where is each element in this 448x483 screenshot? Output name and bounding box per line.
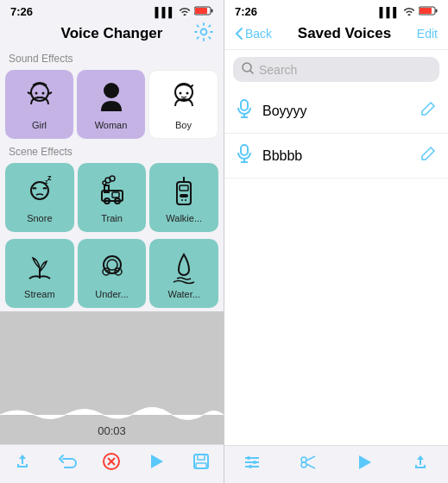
svg-point-61 [301, 462, 306, 467]
sound-effects-label: Sound Effects [0, 49, 224, 66]
signal-icon: ▌▌▌ [155, 7, 175, 17]
scene-effects-label: Scene Effects [0, 142, 224, 160]
effect-woman[interactable]: Woman [77, 70, 145, 139]
waveform-time: 00:03 [98, 424, 126, 437]
scene-effects-row2: Stream Under... Water. [0, 235, 224, 311]
search-bar: Search [233, 57, 439, 82]
effect-girl-label: Girl [32, 120, 47, 130]
voice-list: Boyyyy Bbbbb [224, 89, 448, 445]
play-button-left[interactable] [147, 452, 166, 476]
effect-walkie-label: Walkie... [166, 213, 202, 223]
mic-icon-0 [237, 99, 252, 122]
left-panel: 7:26 ▌▌▌ Voice Changer Sound Effects [0, 0, 224, 483]
svg-point-55 [247, 456, 250, 460]
save-button[interactable] [192, 452, 211, 476]
svg-rect-44 [420, 8, 432, 14]
right-title: Saved Voices [298, 25, 391, 42]
left-header: Voice Changer [0, 22, 224, 49]
battery-icon [194, 6, 213, 17]
share-button-right[interactable] [411, 453, 430, 476]
edit-button[interactable]: Edit [417, 27, 438, 41]
svg-point-7 [35, 92, 37, 95]
scene-effects-row1: z z Snore Train [0, 160, 224, 235]
effect-snore-label: Snore [27, 213, 52, 223]
svg-point-60 [301, 457, 306, 462]
undo-button[interactable] [58, 452, 77, 476]
svg-point-30 [104, 256, 121, 273]
play-button-right[interactable] [355, 453, 374, 476]
voice-edit-icon-1[interactable] [420, 146, 436, 166]
effect-snore[interactable]: z z Snore [5, 163, 74, 232]
svg-point-13 [31, 182, 48, 199]
left-time: 7:26 [10, 5, 33, 18]
right-battery-icon [419, 6, 438, 17]
svg-line-62 [306, 456, 315, 461]
left-status-icons: ▌▌▌ [155, 6, 213, 17]
right-signal-icon: ▌▌▌ [380, 7, 400, 17]
svg-rect-27 [180, 194, 188, 198]
effect-under-label: Under... [95, 289, 129, 299]
right-toolbar [224, 445, 448, 483]
svg-point-9 [104, 83, 119, 98]
voice-edit-icon-0[interactable] [420, 101, 436, 121]
effect-train[interactable]: Train [78, 163, 147, 232]
svg-point-28 [181, 199, 183, 201]
mixer-button[interactable] [243, 453, 262, 476]
svg-rect-51 [241, 145, 248, 155]
svg-marker-39 [151, 455, 163, 468]
svg-point-3 [201, 28, 207, 34]
left-header-title: Voice Changer [61, 25, 163, 42]
svg-rect-48 [241, 100, 248, 110]
svg-point-8 [41, 92, 44, 95]
effect-water[interactable]: Water... [149, 239, 218, 308]
voice-item-1[interactable]: Bbbbb [224, 134, 448, 179]
sound-effects-row: Girl Woman Boy [0, 66, 224, 142]
right-wifi-icon [403, 6, 415, 17]
svg-point-12 [186, 92, 188, 95]
back-button[interactable]: Back [235, 27, 272, 41]
effect-walkie[interactable]: Walkie... [149, 163, 218, 232]
svg-point-57 [253, 461, 256, 464]
waveform-area: 00:03 [0, 311, 224, 444]
svg-marker-64 [359, 455, 371, 469]
right-header: Back Saved Voices Edit [224, 22, 448, 50]
svg-rect-1 [195, 8, 207, 14]
wifi-icon [179, 6, 191, 17]
voice-item-0[interactable]: Boyyyy [224, 89, 448, 134]
mic-icon-1 [237, 144, 252, 167]
left-toolbar [0, 444, 224, 483]
svg-rect-2 [211, 9, 213, 13]
effect-woman-label: Woman [95, 120, 128, 130]
scissors-button[interactable] [299, 453, 318, 476]
left-status-bar: 7:26 ▌▌▌ [0, 0, 224, 22]
svg-line-47 [250, 71, 253, 73]
effect-stream[interactable]: Stream [5, 239, 74, 308]
search-icon [242, 62, 254, 77]
effect-train-label: Train [101, 213, 123, 223]
effect-under[interactable]: Under... [78, 239, 147, 308]
svg-rect-23 [112, 192, 119, 198]
svg-point-29 [185, 199, 186, 201]
svg-text:z: z [47, 173, 52, 182]
voice-name-0: Boyyyy [262, 104, 420, 119]
effect-water-label: Water... [167, 289, 200, 299]
svg-point-11 [179, 92, 181, 95]
right-status-icons: ▌▌▌ [380, 6, 438, 17]
svg-line-63 [306, 464, 315, 468]
share-button-left[interactable] [13, 452, 32, 476]
gear-button[interactable] [194, 22, 213, 46]
search-placeholder[interactable]: Search [259, 63, 431, 77]
right-time: 7:26 [235, 5, 257, 18]
effect-boy[interactable]: Boy [148, 70, 218, 139]
svg-rect-26 [180, 185, 188, 191]
voice-name-1: Bbbbb [262, 148, 420, 164]
effect-stream-label: Stream [24, 289, 54, 299]
effect-boy-label: Boy [175, 120, 192, 130]
right-panel: 7:26 ▌▌▌ Back Saved Voices Edit Search [224, 0, 448, 483]
effect-girl[interactable]: Girl [5, 70, 73, 139]
svg-rect-45 [436, 9, 438, 13]
right-status-bar: 7:26 ▌▌▌ [224, 0, 448, 22]
cancel-button[interactable] [102, 452, 121, 476]
svg-point-59 [249, 465, 252, 468]
